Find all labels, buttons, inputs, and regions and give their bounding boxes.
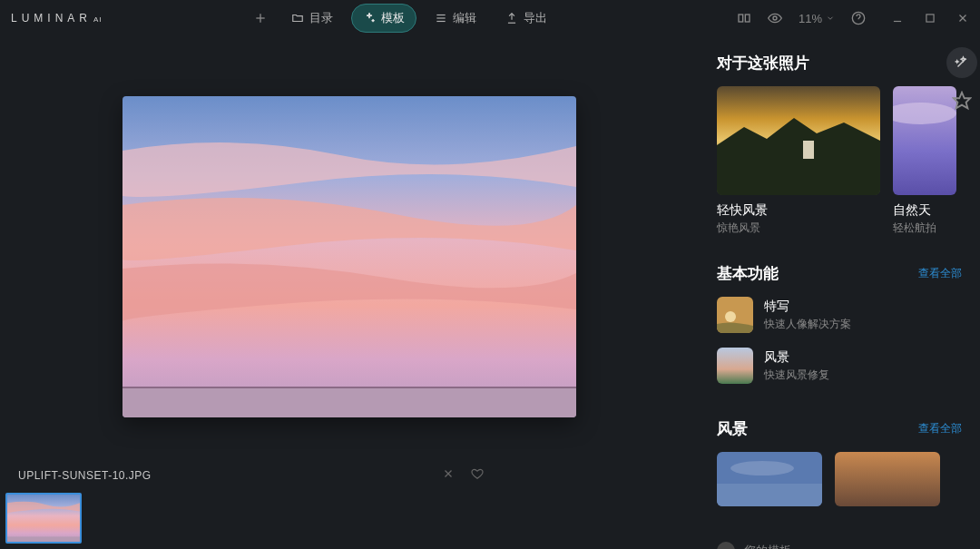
favorite-button[interactable] bbox=[471, 467, 484, 484]
section-for-this-photo: 对于这张照片 bbox=[717, 53, 962, 74]
recommendation-card-1[interactable]: 轻快风景 惊艳风景 bbox=[717, 86, 880, 236]
filmstrip-thumb[interactable] bbox=[5, 493, 82, 544]
svg-marker-32 bbox=[954, 93, 970, 108]
reject-button[interactable] bbox=[442, 467, 455, 484]
preview-image[interactable] bbox=[122, 96, 576, 417]
svg-rect-27 bbox=[717, 348, 753, 384]
rec1-title: 轻快风景 bbox=[717, 202, 880, 219]
sliders-icon bbox=[435, 12, 447, 25]
app-logo: LUMINAR AI bbox=[11, 12, 103, 25]
svg-rect-22 bbox=[803, 141, 814, 159]
rec2-title: 自然天 bbox=[893, 202, 956, 219]
folder-icon bbox=[291, 12, 304, 25]
help-icon[interactable] bbox=[851, 11, 866, 25]
svg-rect-16 bbox=[122, 388, 576, 417]
svg-rect-6 bbox=[745, 15, 750, 22]
tab-edit[interactable]: 编辑 bbox=[424, 5, 487, 32]
basics2-sub: 快速风景修复 bbox=[764, 368, 829, 383]
window-maximize[interactable] bbox=[924, 12, 936, 25]
basics-view-all[interactable]: 查看全部 bbox=[918, 266, 962, 281]
svg-rect-11 bbox=[926, 15, 934, 22]
rec2-sub: 轻松航拍 bbox=[893, 221, 956, 236]
tab-export[interactable]: 导出 bbox=[495, 5, 558, 32]
filename-label: UPLIFT-SUNSET-10.JPG bbox=[18, 469, 152, 482]
tab-catalog[interactable]: 目录 bbox=[280, 5, 344, 32]
tab-edit-label: 编辑 bbox=[453, 10, 476, 26]
chevron-down-icon bbox=[826, 14, 835, 23]
window-close[interactable] bbox=[956, 12, 969, 25]
basics1-sub: 快速人像解决方案 bbox=[764, 317, 851, 332]
eye-icon[interactable] bbox=[768, 11, 782, 25]
basics2-title: 风景 bbox=[764, 349, 829, 366]
basics1-title: 特写 bbox=[764, 299, 851, 315]
svg-rect-29 bbox=[717, 484, 822, 506]
preset-card-2[interactable] bbox=[835, 452, 940, 506]
compare-icon[interactable] bbox=[737, 11, 751, 25]
svg-point-30 bbox=[730, 461, 794, 475]
basics-item-2[interactable]: 风景 快速风景修复 bbox=[717, 348, 962, 384]
logo-text: LUMINAR bbox=[11, 12, 92, 25]
add-button[interactable] bbox=[248, 5, 273, 31]
svg-point-7 bbox=[773, 16, 777, 20]
tab-export-label: 导出 bbox=[524, 10, 547, 26]
tab-templates-label: 模板 bbox=[381, 10, 405, 26]
tab-templates[interactable]: 模板 bbox=[351, 4, 416, 33]
magic-wand-icon[interactable] bbox=[946, 47, 977, 78]
your-template-label: 您的模板 bbox=[744, 543, 791, 549]
svg-rect-31 bbox=[835, 452, 940, 506]
logo-suffix: AI bbox=[93, 15, 103, 24]
svg-rect-19 bbox=[7, 495, 80, 542]
zoom-dropdown[interactable]: 11% bbox=[799, 12, 835, 25]
svg-rect-20 bbox=[7, 536, 80, 542]
export-icon bbox=[505, 12, 518, 25]
rec1-sub: 惊艳风景 bbox=[717, 221, 880, 236]
svg-rect-15 bbox=[122, 387, 576, 388]
sparkle-icon bbox=[363, 12, 376, 25]
svg-point-26 bbox=[725, 311, 736, 322]
template-thumb-circle bbox=[717, 542, 735, 549]
svg-rect-5 bbox=[739, 15, 743, 22]
window-minimize[interactable] bbox=[891, 12, 904, 25]
basics-item-1[interactable]: 特写 快速人像解决方案 bbox=[717, 297, 962, 333]
preset-card-1[interactable] bbox=[717, 452, 822, 506]
zoom-value: 11% bbox=[799, 12, 822, 25]
section-landscape: 风景 查看全部 bbox=[717, 418, 962, 439]
section-basics: 基本功能 查看全部 bbox=[717, 263, 962, 284]
star-icon[interactable] bbox=[952, 91, 972, 111]
tab-catalog-label: 目录 bbox=[309, 10, 333, 26]
landscape-view-all[interactable]: 查看全部 bbox=[918, 421, 962, 436]
